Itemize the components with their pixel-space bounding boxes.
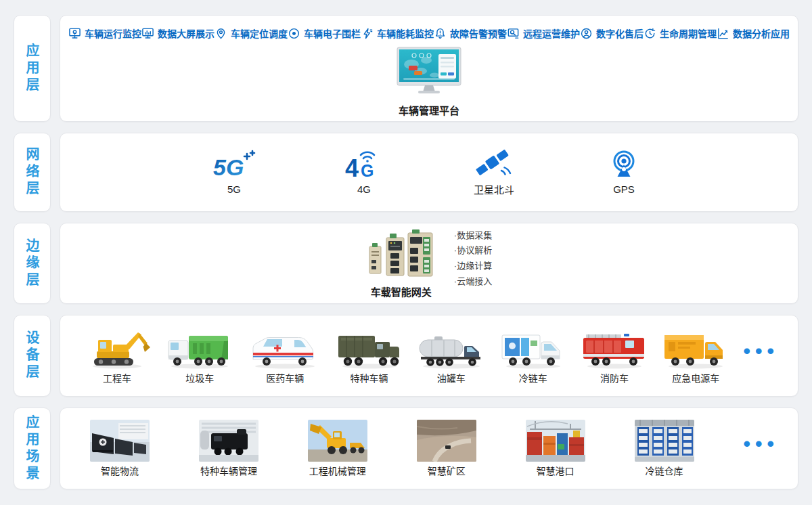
vehicle-image-excavator — [83, 327, 151, 369]
edge-feature-list: ·数据采集 ·协议解析 ·边缘计算 ·云端接入 — [454, 228, 492, 290]
monitor-camera-icon — [68, 27, 81, 40]
vehicle-image-special-truck — [336, 327, 403, 369]
satellite-icon — [474, 148, 514, 179]
network-item-gps: GPS — [600, 150, 648, 195]
vehicle-image-garbage-truck — [164, 327, 235, 369]
vehicle-card-fire-truck: 消防车 — [581, 327, 648, 385]
vehicle-image-tanker — [417, 327, 486, 369]
vehicle-card-cold-chain-truck: 冷链车 — [499, 327, 567, 385]
sidebar-label-device-text: 设备层 — [22, 330, 42, 381]
scenario-more-dots: ••• — [743, 444, 779, 454]
vehicle-card-excavator: 工程车 — [83, 327, 151, 385]
gateway-label: 车载智能网关 — [371, 284, 432, 299]
scenario-label: 智慧港口 — [537, 464, 574, 477]
alarm-bell-icon — [434, 27, 447, 40]
line-chart-icon — [717, 27, 729, 40]
app-feature-label: 车辆能耗监控 — [377, 26, 434, 40]
app-feature-label: 数据分析应用 — [733, 26, 790, 40]
scenario-label: 工程机械管理 — [309, 464, 366, 477]
sidebar-label-device: 设备层 — [14, 315, 51, 397]
scenario-image-smart-port — [526, 420, 585, 462]
app-feature-location-dispatch: 车辆定位调度 — [215, 26, 288, 40]
scenario-image-machinery-mgmt — [308, 420, 367, 462]
scenario-card-special-vehicle-mgmt: 特种车辆管理 — [199, 420, 258, 477]
scenario-label: 冷链仓库 — [646, 464, 683, 477]
network-item-label: GPS — [613, 183, 635, 195]
scenario-label: 智能物流 — [101, 464, 139, 477]
vehicle-card-special-truck: 特种车辆 — [336, 327, 403, 385]
scenario-card-smart-logistics: 智能物流 — [90, 420, 150, 477]
smart-gateway: 车载智能网关 — [366, 229, 436, 299]
vehicle-label: 工程车 — [103, 371, 131, 385]
app-feature-label: 远程运营维护 — [523, 26, 580, 40]
sidebar-label-edge-text: 边缘层 — [22, 238, 42, 289]
network-item-label: 4G — [357, 183, 371, 195]
app-feature-label: 故障告警预警 — [450, 26, 507, 40]
app-feature-geofence: 车辆电子围栏 — [288, 26, 361, 40]
scenario-card-smart-port: 智慧港口 — [526, 420, 585, 477]
vehicle-card-garbage-truck: 垃圾车 — [164, 327, 235, 385]
network-item-label: 5G — [227, 183, 241, 195]
sidebar-label-edge: 边缘层 — [14, 223, 51, 304]
architecture-diagram: 应用层 车辆运行监控 数据大屏展示 — [0, 0, 812, 505]
vehicle-label: 油罐车 — [437, 371, 466, 385]
scenario-image-cold-chain-warehouse — [635, 420, 694, 462]
headset-person-icon — [580, 27, 593, 40]
energy-bolt-icon — [361, 27, 374, 40]
scenario-card-cold-chain-warehouse: 冷链仓库 — [635, 420, 694, 477]
app-feature-lifecycle: 生命周期管理 — [644, 26, 717, 40]
sidebar-label-network: 网络层 — [14, 133, 51, 212]
vehicle-management-platform: 车辆管理平台 — [68, 47, 790, 117]
app-feature-big-screen: 数据大屏展示 — [141, 26, 215, 40]
scenario-label: 智慧矿区 — [428, 464, 466, 477]
layer-row-edge: 边缘层 — [14, 223, 798, 304]
layer-row-scenario: 应用场景 — [14, 408, 798, 489]
application-panel: 车辆运行监控 数据大屏展示 车辆定位调度 — [60, 15, 798, 122]
vehicle-label: 冷链车 — [519, 371, 547, 385]
sidebar-label-scenario-text: 应用场景 — [22, 415, 42, 483]
remote-magnifier-icon — [507, 27, 520, 40]
network-item-4g: 4 G 4G — [340, 150, 388, 195]
scenario-panel: 智能物流 特种车辆管理 — [60, 408, 798, 489]
vehicle-card-tanker: 油罐车 — [417, 327, 486, 385]
vehicle-image-fire-truck — [581, 327, 648, 369]
gps-beacon-icon — [608, 150, 639, 181]
device-more-dots: ••• — [743, 351, 779, 361]
scenario-card-smart-mine: 智慧矿区 — [417, 420, 476, 477]
edge-feature: ·协议解析 — [454, 243, 492, 259]
edge-panel: 车载智能网关 ·数据采集 ·协议解析 ·边缘计算 ·云端接入 — [60, 223, 798, 304]
app-feature-label: 数据大屏展示 — [158, 26, 215, 40]
big-screen-icon — [141, 27, 154, 40]
svg-text:G: G — [361, 161, 374, 180]
edge-feature: ·边缘计算 — [454, 259, 492, 274]
platform-monitor-image — [394, 47, 464, 98]
vehicle-image-ambulance — [248, 327, 321, 369]
layer-row-device: 设备层 — [14, 315, 798, 397]
4g-logo-icon: 4 G — [344, 150, 384, 181]
vehicle-card-ambulance: 医药车辆 — [248, 327, 321, 385]
sidebar-label-application-text: 应用层 — [22, 43, 42, 94]
scenario-image-smart-logistics — [90, 420, 150, 462]
5g-logo-icon: 5G — [212, 150, 256, 181]
app-feature-label: 车辆定位调度 — [231, 26, 288, 40]
layer-row-application: 应用层 车辆运行监控 数据大屏展示 — [14, 15, 798, 122]
vehicle-label: 特种车辆 — [351, 371, 388, 385]
vehicle-label: 消防车 — [600, 371, 629, 385]
network-item-5g: 5G 5G — [210, 150, 258, 195]
vehicle-card-emergency-power-truck: 应急电源车 — [662, 327, 729, 385]
scenario-label: 特种车辆管理 — [200, 464, 257, 477]
svg-text:4: 4 — [345, 154, 359, 181]
platform-label: 车辆管理平台 — [399, 103, 459, 117]
vehicle-image-emergency-power-truck — [662, 327, 729, 369]
sidebar-label-network-text: 网络层 — [22, 147, 42, 198]
sidebar-label-scenario: 应用场景 — [14, 408, 51, 489]
device-panel: 工程车 — [60, 315, 798, 397]
app-feature-data-analytics: 数据分析应用 — [717, 26, 790, 40]
app-feature-energy-monitoring: 车辆能耗监控 — [361, 26, 434, 40]
geofence-target-icon — [288, 27, 300, 40]
app-feature-remote-maintenance: 远程运营维护 — [507, 26, 580, 40]
app-feature-label: 数字化售后 — [596, 26, 644, 40]
lifecycle-arrow-icon — [644, 27, 656, 40]
network-panel: 5G 5G 4 G — [60, 133, 798, 212]
vehicle-label: 医药车辆 — [266, 371, 304, 385]
